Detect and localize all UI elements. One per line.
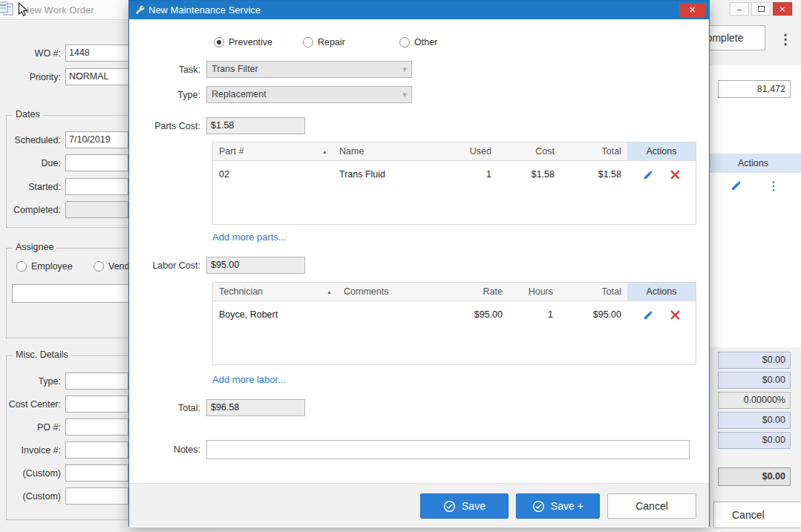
part-number-cell: 02 xyxy=(213,169,333,180)
labor-table-header: Technician ▲ Comments Rate Hours Total A… xyxy=(213,283,696,301)
amount-field-4[interactable]: $0.00 xyxy=(718,432,791,449)
radio-repair[interactable]: Repair xyxy=(303,37,345,47)
dialog-titlebar[interactable]: New Maintenance Service ✕ xyxy=(129,1,709,19)
radio-repair-label: Repair xyxy=(318,37,345,47)
part-actions-cell xyxy=(627,169,696,180)
amount-field-1[interactable]: $0.00 xyxy=(718,352,791,369)
grand-total-field: $0.00 xyxy=(718,467,791,486)
custom1-row: (Custom) xyxy=(0,464,128,482)
priority-input[interactable]: NORMAL xyxy=(65,68,134,85)
scheduled-input[interactable]: 7/10/2019 xyxy=(65,131,128,148)
wrench-icon xyxy=(134,4,146,16)
part-total-cell: $1.58 xyxy=(560,169,627,180)
window-title: New Work Order xyxy=(22,4,94,16)
labor-cost-input[interactable]: $95.00 xyxy=(206,257,305,274)
new-maintenance-service-dialog: New Maintenance Service ✕ Preventive Rep… xyxy=(128,0,710,527)
cost-center-input[interactable] xyxy=(65,395,128,413)
due-input[interactable] xyxy=(65,154,128,171)
delete-icon[interactable] xyxy=(670,170,680,180)
save-plus-button[interactable]: Save + xyxy=(516,493,600,519)
assignee-group-title: Assignee xyxy=(13,242,56,252)
radio-preventive[interactable]: Preventive xyxy=(214,37,272,47)
radio-repair-icon xyxy=(303,37,313,47)
amount-field-3[interactable]: $0.00 xyxy=(718,412,791,429)
cancel-button-background[interactable]: Cancel xyxy=(713,502,801,528)
priority-row: Priority: NORMAL xyxy=(0,68,134,85)
close-window-button[interactable]: ✕ xyxy=(773,2,792,16)
dates-group-title: Dates xyxy=(13,109,43,119)
radio-employee[interactable]: Employee xyxy=(16,261,73,272)
labor-header-total[interactable]: Total xyxy=(559,283,627,301)
minimize-button[interactable]: – xyxy=(730,2,749,16)
notes-row: Notes: xyxy=(129,440,690,459)
misc-details-group-title: Misc. Details xyxy=(13,349,71,360)
cancel-button-label: Cancel xyxy=(732,509,765,521)
amount-field-2[interactable]: $0.00 xyxy=(718,372,791,389)
window-controls: – ✕ xyxy=(730,2,792,16)
parts-cost-label: Parts Cost: xyxy=(129,121,206,131)
kebab-icon: ⋮ xyxy=(779,31,792,47)
save-button-label: Save xyxy=(462,500,485,512)
started-input[interactable] xyxy=(65,178,128,195)
kebab-icon: ⋮ xyxy=(768,179,779,193)
labor-table-row[interactable]: Boyce, Robert $95.00 1 $95.00 xyxy=(213,301,696,328)
parts-header-used[interactable]: Used xyxy=(445,142,497,160)
misc-type-input[interactable] xyxy=(65,372,128,390)
total-row: Total: $96.58 xyxy=(129,399,305,416)
percent-field[interactable]: 0.00000% xyxy=(718,392,791,409)
priority-label: Priority: xyxy=(0,72,65,82)
add-more-parts-link[interactable]: Add more parts... xyxy=(212,231,287,243)
chevron-down-icon: ▾ xyxy=(402,87,407,102)
misc-type-row: Type: xyxy=(0,372,128,390)
dialog-cancel-button[interactable]: Cancel xyxy=(607,493,696,519)
column-label: Hours xyxy=(529,286,553,297)
parts-header-cost[interactable]: Cost xyxy=(497,142,560,160)
row-more-options-button[interactable]: ⋮ xyxy=(766,177,781,194)
hours-cell: 1 xyxy=(509,309,559,320)
maximize-button[interactable] xyxy=(751,2,771,16)
po-number-input[interactable] xyxy=(65,418,128,436)
add-more-labor-link[interactable]: Add more labor... xyxy=(212,374,286,385)
labor-actions-cell xyxy=(627,309,696,321)
parts-cost-input[interactable]: $1.58 xyxy=(206,117,305,134)
parts-table-row[interactable]: 02 Trans Fluid 1 $1.58 $1.58 xyxy=(213,161,696,188)
maximize-icon xyxy=(758,6,765,12)
task-dropdown[interactable]: Trans Filter ▾ xyxy=(206,61,412,78)
labor-table: Technician ▲ Comments Rate Hours Total A… xyxy=(212,282,696,365)
type-label: Type: xyxy=(129,90,206,100)
part-name-cell: Trans Fluid xyxy=(333,169,445,180)
labor-header-rate[interactable]: Rate xyxy=(451,283,509,301)
started-label: Started: xyxy=(0,182,65,192)
edit-icon[interactable] xyxy=(730,180,742,191)
edit-icon[interactable] xyxy=(643,309,654,321)
labor-header-comments[interactable]: Comments xyxy=(338,283,451,301)
labor-header-hours[interactable]: Hours xyxy=(509,283,559,301)
column-label: Actions xyxy=(647,146,677,157)
invoice-number-input[interactable] xyxy=(65,441,128,459)
labor-header-technician[interactable]: Technician ▲ xyxy=(213,283,338,301)
parts-header-part[interactable]: Part # ▲ xyxy=(213,142,333,160)
notes-input[interactable] xyxy=(206,440,690,459)
edit-icon[interactable] xyxy=(643,169,654,180)
parts-header-total[interactable]: Total xyxy=(560,142,627,160)
delete-icon[interactable] xyxy=(670,310,680,320)
type-dropdown[interactable]: Replacement ▾ xyxy=(206,86,412,103)
dialog-close-button[interactable]: ✕ xyxy=(679,3,705,17)
completed-row: Completed: xyxy=(0,201,128,218)
parts-table-header: Part # ▲ Name Used Cost Total Actions xyxy=(213,142,696,161)
custom1-input[interactable] xyxy=(65,464,128,482)
custom2-input[interactable] xyxy=(65,487,128,505)
task-label: Task: xyxy=(129,65,206,75)
wo-number-input[interactable]: 1448 xyxy=(65,45,134,62)
save-plus-button-label: Save + xyxy=(551,500,583,512)
misc-type-label: Type: xyxy=(0,376,65,387)
completed-input xyxy=(65,201,128,218)
parts-header-name[interactable]: Name xyxy=(333,142,445,160)
more-options-button[interactable]: ⋮ xyxy=(777,30,794,49)
meter-input[interactable]: 81,472 xyxy=(718,80,791,98)
save-button[interactable]: Save xyxy=(420,493,509,519)
chevron-down-icon: ▾ xyxy=(402,62,407,77)
invoice-number-row: Invoice #: xyxy=(0,441,128,459)
due-row: Due: xyxy=(0,154,128,171)
radio-other[interactable]: Other xyxy=(399,37,437,47)
